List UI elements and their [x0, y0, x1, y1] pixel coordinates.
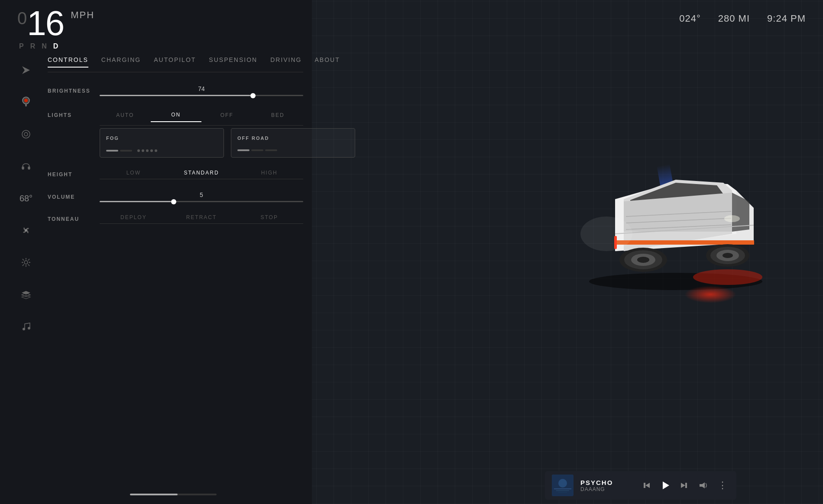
- height-low[interactable]: LOW: [100, 170, 168, 179]
- lights-btn-group[interactable]: AUTO ON OFF BED: [100, 108, 303, 122]
- height-underline: [100, 179, 303, 179]
- offroad-indicator: [237, 149, 349, 151]
- range-info: 280 MI: [718, 13, 750, 24]
- height-standard[interactable]: STANDARD: [168, 170, 236, 179]
- brightness-slider[interactable]: [100, 95, 303, 96]
- lights-on[interactable]: ON: [151, 108, 202, 122]
- svg-rect-24: [615, 240, 754, 245]
- bottom-progress-fill: [130, 494, 178, 495]
- gear-N[interactable]: N: [42, 42, 47, 50]
- tonneau-retract[interactable]: RETRACT: [168, 214, 236, 224]
- svg-rect-3: [25, 104, 27, 107]
- lights-row: LIGHTS AUTO ON OFF BED: [48, 108, 303, 122]
- next-button[interactable]: [677, 478, 691, 492]
- fog-card[interactable]: FOG: [100, 128, 224, 158]
- fog-bar-1: [106, 150, 118, 152]
- svg-point-9: [24, 261, 28, 264]
- height-selector[interactable]: LOW STANDARD HIGH: [100, 170, 303, 179]
- chat-icon[interactable]: [16, 125, 36, 144]
- height-high[interactable]: HIGH: [235, 170, 303, 179]
- gear-D[interactable]: D: [53, 42, 59, 50]
- svg-rect-7: [28, 167, 30, 169]
- volume-row: VOLUME 5: [48, 191, 303, 202]
- tab-driving[interactable]: DRIVING: [270, 56, 301, 68]
- brightness-thumb[interactable]: [250, 93, 256, 98]
- svg-marker-45: [685, 483, 687, 488]
- svg-rect-39: [556, 490, 569, 491]
- volume-button[interactable]: [697, 478, 710, 492]
- svg-point-28: [637, 257, 649, 263]
- offroad-bar-3: [265, 149, 277, 151]
- svg-point-13: [693, 269, 762, 285]
- prev-button[interactable]: [639, 478, 653, 492]
- song-title: PSYCHO: [580, 479, 632, 486]
- svg-point-2: [24, 99, 28, 102]
- layers-icon[interactable]: [16, 285, 36, 304]
- top-right-info: 024° 280 MI 9:24 PM: [679, 13, 806, 24]
- volume-control[interactable]: 5: [100, 191, 303, 202]
- svg-point-5: [24, 132, 28, 136]
- brightness-fill: [100, 95, 250, 96]
- lights-off[interactable]: OFF: [201, 109, 253, 122]
- svg-marker-42: [645, 483, 650, 488]
- more-button[interactable]: ⋮: [716, 478, 729, 492]
- music-player: PSYCHO DAAANG: [545, 471, 736, 500]
- headset-icon[interactable]: [16, 157, 36, 176]
- brightness-row: BRIGHTNESS 74: [48, 85, 303, 96]
- svg-rect-40: [558, 492, 567, 493]
- vehicle-area: [347, 43, 823, 433]
- play-button[interactable]: [658, 478, 672, 492]
- fan-icon[interactable]: [16, 221, 36, 240]
- svg-point-33: [724, 215, 740, 222]
- red-glow: [684, 286, 736, 303]
- gear-R[interactable]: R: [30, 42, 36, 50]
- height-control[interactable]: LOW STANDARD HIGH: [100, 170, 303, 179]
- fog-card-title: FOG: [106, 136, 217, 141]
- nav-tabs[interactable]: CONTROLS CHARGING AUTOPILOT SUSPENSION D…: [48, 56, 303, 72]
- tab-autopilot[interactable]: AUTOPILOT: [154, 56, 196, 68]
- lights-auto[interactable]: AUTO: [100, 109, 151, 122]
- lights-bed[interactable]: BED: [253, 109, 304, 122]
- lights-label: LIGHTS: [48, 112, 91, 118]
- svg-marker-43: [663, 481, 669, 489]
- tonneau-deploy[interactable]: DEPLOY: [100, 214, 168, 224]
- svg-marker-0: [22, 66, 30, 74]
- svg-point-4: [22, 130, 30, 138]
- svg-point-10: [23, 328, 25, 330]
- svg-marker-41: [644, 483, 645, 488]
- tab-controls[interactable]: CONTROLS: [48, 56, 88, 68]
- album-art: [552, 475, 574, 496]
- fog-dot-4: [150, 149, 153, 152]
- offroad-card[interactable]: OFF ROAD: [231, 128, 355, 158]
- speed-value: 16: [27, 6, 64, 41]
- tonneau-control[interactable]: DEPLOY RETRACT STOP: [100, 214, 303, 224]
- fog-dot-3: [146, 149, 149, 152]
- fog-bar-2: [120, 150, 132, 152]
- brightness-control[interactable]: 74: [100, 85, 303, 96]
- gear-selector[interactable]: P R N D: [19, 42, 94, 50]
- music-note-icon[interactable]: [16, 317, 36, 336]
- volume-thumb[interactable]: [171, 199, 176, 204]
- tonneau-stop[interactable]: STOP: [235, 214, 303, 224]
- navigation-icon[interactable]: [16, 61, 36, 80]
- fog-dots: [137, 149, 157, 152]
- time-info: 9:24 PM: [767, 13, 806, 24]
- svg-point-35: [580, 216, 632, 251]
- volume-slider[interactable]: [100, 201, 303, 202]
- fog-indicator: [106, 149, 217, 152]
- speed-prefix: 0: [17, 10, 26, 27]
- gear-P[interactable]: P: [19, 42, 24, 50]
- bottom-progress-bar[interactable]: [130, 494, 217, 495]
- offroad-card-title: OFF ROAD: [237, 136, 349, 141]
- feature-cards: FOG OFF ROAD: [100, 128, 355, 158]
- joystick-icon[interactable]: [16, 93, 36, 112]
- speed-unit: MPH: [71, 10, 94, 20]
- volume-label: VOLUME: [48, 194, 91, 200]
- svg-point-37: [558, 479, 567, 488]
- gear-settings-icon[interactable]: [16, 253, 36, 272]
- player-controls[interactable]: ⋮: [639, 478, 729, 492]
- tab-charging[interactable]: CHARGING: [101, 56, 141, 68]
- tab-about[interactable]: ABOUT: [315, 56, 340, 68]
- tonneau-buttons[interactable]: DEPLOY RETRACT STOP: [100, 214, 303, 224]
- tab-suspension[interactable]: SUSPENSION: [209, 56, 257, 68]
